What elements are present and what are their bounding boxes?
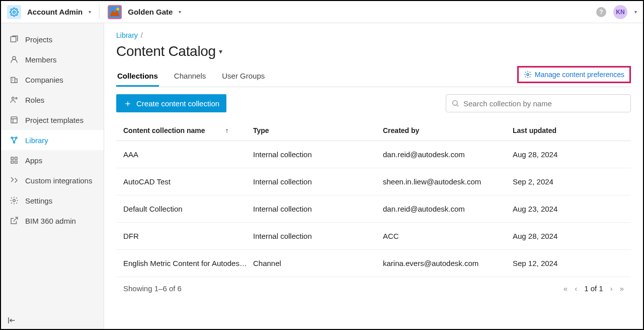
members-icon: [9, 54, 19, 64]
main-content: Library/ Content Catalog ▾ Collections C…: [104, 23, 643, 329]
sidebar-item-label: Companies: [25, 76, 63, 84]
search-input[interactable]: [463, 99, 625, 108]
chevron-down-icon: ▾: [634, 9, 637, 15]
gear-icon: [7, 5, 21, 19]
svg-rect-14: [11, 161, 14, 164]
settings-icon: [9, 195, 19, 206]
col-type-header[interactable]: Type: [253, 126, 383, 135]
table-row[interactable]: AAAInternal collectiondan.reid@autodesk.…: [116, 141, 631, 168]
table-header: Content collection name ↑ Type Created b…: [116, 120, 631, 141]
cell-last-updated: Sep 2, 2024: [513, 177, 624, 186]
svg-point-11: [14, 142, 15, 143]
sidebar-item-members[interactable]: Members: [1, 49, 104, 70]
create-content-collection-button[interactable]: ＋ Create content collection: [116, 94, 226, 112]
table-row[interactable]: AutoCAD TestInternal collectionsheen.in.…: [116, 168, 631, 195]
last-page-button[interactable]: »: [620, 284, 624, 293]
prev-page-button[interactable]: ‹: [575, 284, 577, 293]
col-updated-header[interactable]: Last updated: [513, 126, 624, 135]
showing-label: Showing 1–6 of 6: [123, 284, 182, 293]
sort-arrow-icon[interactable]: ↑: [225, 126, 229, 135]
svg-point-16: [13, 200, 16, 202]
sidebar-item-label: Roles: [25, 96, 44, 104]
plus-icon: ＋: [123, 99, 132, 108]
sidebar-item-label: Projects: [25, 35, 52, 44]
search-collection-input-wrapper[interactable]: [446, 94, 631, 112]
sidebar-item-project-templates[interactable]: Project templates: [1, 110, 104, 130]
sidebar-item-settings[interactable]: Settings: [1, 190, 104, 211]
tab-collections[interactable]: Collections: [116, 67, 159, 87]
col-created-header[interactable]: Created by: [383, 126, 513, 135]
sidebar-item-bim360-admin[interactable]: BIM 360 admin: [1, 211, 104, 231]
table-row[interactable]: English Metric Content for Autodes…Chann…: [116, 250, 631, 277]
chevron-down-icon: ▾: [89, 9, 91, 15]
external-link-icon: [9, 216, 19, 226]
templates-icon: [9, 115, 19, 125]
top-bar: Account Admin ▾ Golden Gate ▾ ? KN ▾: [1, 1, 643, 23]
cell-created-by: sheen.in.liew@autodesk.com: [383, 177, 513, 186]
sidebar-item-companies[interactable]: Companies: [1, 70, 104, 90]
svg-rect-8: [11, 117, 17, 123]
account-admin-dropdown[interactable]: Account Admin: [27, 8, 83, 16]
tab-channels[interactable]: Channels: [173, 67, 207, 87]
divider: [99, 6, 100, 19]
gear-icon: [524, 71, 532, 79]
svg-point-0: [13, 11, 16, 13]
apps-icon: [9, 155, 19, 165]
projects-icon: [9, 34, 19, 44]
svg-point-17: [527, 74, 529, 76]
svg-rect-15: [15, 161, 18, 164]
svg-point-4: [13, 56, 16, 59]
manage-preferences-label: Manage content preferences: [535, 71, 624, 79]
cell-name: DFR: [123, 232, 253, 240]
col-name-header[interactable]: Content collection name: [123, 126, 205, 135]
table-row[interactable]: Default CollectionInternal collectiondan…: [116, 195, 631, 223]
cell-name: AAA: [123, 150, 253, 159]
page-title-dropdown[interactable]: Content Catalog: [116, 43, 216, 59]
cell-last-updated: Aug 23, 2024: [513, 205, 624, 213]
table-row[interactable]: DFRInternal collectionACCAug 28, 2024: [116, 223, 631, 250]
cell-type: Channel: [253, 259, 383, 268]
cell-type: Internal collection: [253, 150, 383, 159]
project-thumbnail: [108, 5, 122, 19]
svg-point-6: [12, 97, 15, 100]
svg-rect-12: [11, 157, 14, 160]
sidebar-item-label: BIM 360 admin: [25, 217, 76, 225]
project-dropdown[interactable]: Golden Gate: [128, 8, 173, 16]
sidebar-item-projects[interactable]: Projects: [1, 29, 104, 49]
library-icon: [9, 135, 19, 145]
integrations-icon: [9, 175, 19, 185]
sidebar-item-library[interactable]: Library: [1, 130, 104, 150]
sidebar-item-label: Library: [25, 136, 48, 145]
cell-type: Internal collection: [253, 232, 383, 240]
help-icon[interactable]: ?: [596, 7, 606, 17]
breadcrumb: Library/: [116, 31, 631, 39]
breadcrumb-root[interactable]: Library: [116, 31, 138, 39]
create-button-label: Create content collection: [136, 99, 219, 108]
pagination: « ‹ 1 of 1 › »: [564, 284, 624, 293]
svg-point-18: [453, 101, 457, 105]
svg-point-9: [11, 137, 13, 139]
user-avatar[interactable]: KN: [613, 5, 627, 19]
svg-rect-13: [15, 157, 18, 160]
sidebar-item-roles[interactable]: Roles: [1, 90, 104, 110]
collapse-sidebar-button[interactable]: [7, 316, 16, 325]
manage-content-preferences-link[interactable]: Manage content preferences: [517, 66, 631, 83]
companies-icon: [9, 75, 19, 85]
cell-last-updated: Sep 12, 2024: [513, 259, 624, 268]
collections-table: Content collection name ↑ Type Created b…: [116, 120, 631, 300]
sidebar-item-label: Project templates: [25, 116, 84, 124]
next-page-button[interactable]: ›: [610, 284, 613, 293]
svg-point-2: [116, 8, 119, 11]
roles-icon: [9, 95, 19, 105]
chevron-down-icon: ▾: [179, 9, 181, 15]
sidebar-item-apps[interactable]: Apps: [1, 150, 104, 170]
sidebar-item-label: Members: [25, 55, 57, 64]
cell-name: English Metric Content for Autodes…: [123, 259, 253, 268]
svg-rect-1: [109, 6, 121, 18]
cell-type: Internal collection: [253, 205, 383, 213]
cell-last-updated: Aug 28, 2024: [513, 150, 624, 159]
svg-rect-3: [11, 37, 16, 42]
sidebar-item-custom-integrations[interactable]: Custom integrations: [1, 170, 104, 190]
tab-user-groups[interactable]: User Groups: [221, 67, 266, 87]
first-page-button[interactable]: «: [564, 284, 568, 293]
